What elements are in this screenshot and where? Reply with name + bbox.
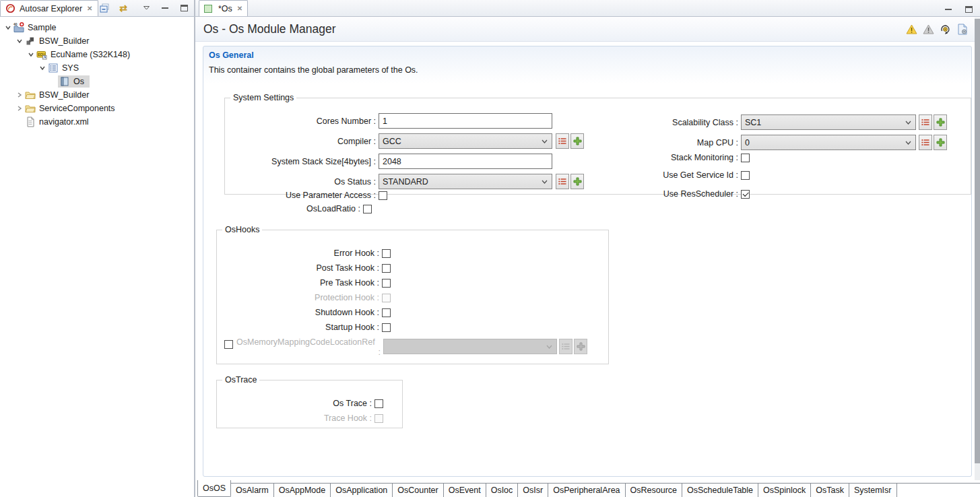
tree-item-sample[interactable]: 40 Sample [0, 21, 194, 34]
link-with-editor-icon[interactable]: ⇄ [117, 2, 129, 14]
scalability-class-select[interactable]: SC1 [741, 114, 916, 130]
tab-osos[interactable]: OsOS [197, 480, 231, 497]
chevron-down-icon[interactable] [14, 38, 25, 44]
tree-item-ecuname[interactable]: ECU EcuName (S32K148) [0, 48, 194, 61]
use-res-scheduler-label: Use ResScheduler : [587, 189, 741, 199]
use-get-service-id-checkbox[interactable] [741, 171, 750, 180]
module-icon [59, 76, 70, 87]
tab-ostask[interactable]: OsTask [811, 483, 849, 497]
scrollbar-thumb[interactable] [975, 19, 980, 463]
chevron-down-icon[interactable] [37, 65, 48, 71]
os-trace-legend: OsTrace [222, 375, 259, 385]
compiler-value: GCC [379, 137, 542, 146]
map-cpu-select[interactable]: 0 [741, 135, 916, 150]
map-cpu-label: Map CPU : [587, 138, 741, 147]
minimize-icon[interactable] [942, 3, 954, 15]
page-title: Os - Os Module Manager [203, 22, 335, 36]
startup-hook-checkbox[interactable] [382, 323, 391, 332]
post-task-hook-checkbox[interactable] [382, 264, 391, 273]
tree-item-navigator-xml[interactable]: navigator.xml [0, 115, 194, 129]
bottom-tabbar: OsOS OsAlarm OsAppMode OsApplication OsC… [195, 480, 980, 497]
memory-mapping-ref-list-button [559, 339, 573, 354]
tree-item-label: BSW_Builder [39, 90, 89, 100]
chevron-right-icon[interactable] [14, 105, 25, 112]
autosar-explorer-panel: Autosar Explorer ✕ ⇄ 40 [0, 0, 195, 497]
pre-task-hook-checkbox[interactable] [382, 279, 391, 288]
chevron-down-icon[interactable] [3, 24, 13, 31]
os-trace-checkbox[interactable] [374, 399, 383, 408]
warning-gray-icon[interactable] [923, 24, 934, 35]
map-cpu-list-button[interactable] [919, 135, 932, 150]
stack-monitoring-checkbox[interactable] [741, 154, 750, 162]
collapse-all-icon[interactable] [98, 2, 110, 14]
chevron-right-icon[interactable] [14, 92, 25, 98]
error-hook-checkbox[interactable] [382, 249, 391, 258]
editor-tabbar: *Os ✕ [195, 0, 980, 17]
tab-osalarm[interactable]: OsAlarm [231, 483, 274, 497]
use-parameter-access-checkbox[interactable] [379, 191, 387, 200]
scalability-class-add-button[interactable] [934, 114, 947, 130]
view-menu-icon[interactable] [140, 2, 152, 14]
tab-osperipheralarea[interactable]: OsPeripheralArea [548, 483, 625, 497]
tree-item-servicecomponents[interactable]: ServiceComponents [0, 102, 194, 115]
tab-osresource[interactable]: OsResource [626, 483, 682, 497]
tree-item-label: SYS [62, 63, 79, 73]
os-editor-tab[interactable]: *Os ✕ [199, 0, 248, 16]
tab-systemisr[interactable]: SystemIsr [849, 483, 897, 497]
editor-file-icon [204, 5, 215, 13]
tree-item-label: Os [73, 77, 84, 86]
os-load-ratio-checkbox[interactable] [363, 205, 372, 213]
stack-size-input[interactable] [379, 154, 552, 169]
tab-osioc[interactable]: OsIoc [486, 483, 519, 497]
tree-item-sys[interactable]: SYS [0, 61, 194, 75]
scalability-class-value: SC1 [742, 118, 905, 127]
autosar-explorer-tab[interactable]: Autosar Explorer ✕ [0, 0, 98, 16]
tree-item-label: Sample [28, 23, 56, 32]
editor-content: Os General This container contains the g… [195, 42, 980, 480]
explorer-tabbar: Autosar Explorer ✕ ⇄ [0, 0, 194, 17]
compiler-list-button[interactable] [556, 133, 569, 149]
folder-icon [25, 90, 36, 100]
tree-item-bsw-builder[interactable]: BSW_Builder [0, 34, 194, 48]
compiler-select[interactable]: GCC [379, 133, 552, 149]
memory-mapping-ref-checkbox[interactable] [224, 340, 233, 349]
close-icon[interactable]: ✕ [237, 5, 242, 12]
tab-oscounter[interactable]: OsCounter [393, 483, 443, 497]
os-status-list-button[interactable] [556, 174, 569, 189]
tree-item-os[interactable]: Os [0, 75, 194, 88]
shutdown-hook-checkbox[interactable] [382, 308, 391, 317]
compiler-add-button[interactable] [570, 133, 584, 149]
os-status-select[interactable]: STANDARD [379, 174, 552, 189]
tree-item-bsw-builder-folder[interactable]: BSW_Builder [0, 88, 194, 102]
maximize-icon[interactable] [962, 3, 975, 15]
tree-item-label: EcuName (S32K148) [51, 50, 130, 59]
vertical-scrollbar[interactable] [975, 18, 980, 480]
tab-osevent[interactable]: OsEvent [444, 483, 486, 497]
map-cpu-add-button[interactable] [934, 135, 947, 150]
tab-osappmode[interactable]: OsAppMode [274, 483, 331, 497]
minimize-icon[interactable] [159, 2, 171, 14]
memory-mapping-ref-select [383, 339, 557, 354]
cores-number-input[interactable] [379, 113, 552, 129]
os-status-add-button[interactable] [570, 174, 584, 189]
selected-tree-item: Os [58, 75, 90, 88]
tree-item-label: navigator.xml [39, 117, 89, 127]
header-actions [906, 24, 968, 35]
chevron-down-icon[interactable] [26, 51, 36, 58]
warning-yellow-icon[interactable] [906, 24, 917, 35]
scalability-class-list-button[interactable] [919, 114, 932, 130]
component-icon [25, 36, 36, 46]
use-parameter-access-label: Use Parameter Access : [225, 191, 379, 200]
memory-mapping-ref-colon: : [236, 347, 382, 358]
tab-osscheduletable[interactable]: OsScheduleTable [682, 483, 758, 497]
generate-gear-icon[interactable] [940, 24, 951, 35]
tab-osisr[interactable]: OsIsr [518, 483, 548, 497]
maximize-icon[interactable] [178, 2, 190, 14]
editor-window-controls [942, 3, 975, 15]
tab-osapplication[interactable]: OsApplication [331, 483, 393, 497]
use-res-scheduler-checkbox[interactable] [741, 190, 750, 199]
close-icon[interactable]: ✕ [87, 5, 92, 12]
tab-osspinlock[interactable]: OsSpinlock [758, 483, 811, 497]
shutdown-hook-label: Shutdown Hook : [217, 308, 382, 317]
report-document-icon[interactable] [956, 24, 968, 35]
